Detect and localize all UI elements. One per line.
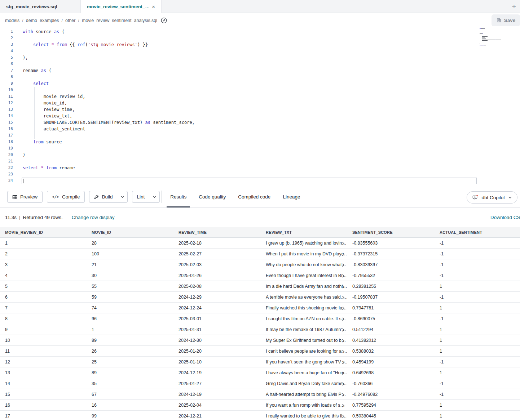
dbt-copilot-button[interactable]: dbt Copilot <box>467 191 517 204</box>
panel-tab-compiled-code[interactable]: Compiled code <box>234 186 274 207</box>
expand-cell-icon[interactable] <box>341 263 345 268</box>
cell-movie_id: 59 <box>87 292 173 303</box>
line-number: 6 <box>0 61 13 67</box>
cell-movie_review_id: 11 <box>0 346 87 357</box>
expand-cell-icon[interactable] <box>341 241 345 246</box>
code-line[interactable]: 1with source as ( <box>0 28 520 35</box>
editor-tab[interactable]: movie_review_sentiment_…× <box>81 0 162 13</box>
minimap[interactable] <box>480 28 508 49</box>
code-line[interactable]: 5), <box>0 54 520 61</box>
expand-cell-icon[interactable] <box>341 360 345 365</box>
code-line[interactable]: 18 from source <box>0 139 520 145</box>
review-text: I grew up (b. 1965) watching and lovin… <box>266 241 347 246</box>
code-line[interactable]: 2 <box>0 35 520 41</box>
cell-sentiment_score: -0.24976082 <box>347 389 435 400</box>
code-line[interactable]: 19 <box>0 145 520 152</box>
column-header: REVIEW_TIME <box>173 227 261 238</box>
code-line[interactable]: 13 review_time, <box>0 106 520 113</box>
code-line[interactable]: 21 <box>0 158 520 165</box>
code-line[interactable]: 15 SNOWFLAKE.CORTEX.SENTIMENT(review_txt… <box>0 119 520 126</box>
expand-cell-icon[interactable] <box>341 349 345 354</box>
expand-cell-icon[interactable] <box>341 403 345 408</box>
cell-review_time: 2025-02-27 <box>173 249 261 259</box>
results-meta-bar: 11.3s | Returned 49 rows. Change row dis… <box>0 208 520 227</box>
expand-cell-icon[interactable] <box>341 414 345 419</box>
panel-tabs: ResultsCode qualityCompiled codeLineage <box>167 186 304 207</box>
table-row: 15672024-12-19A half-hearted attempt to … <box>0 389 520 400</box>
code-line[interactable]: 4 <box>0 48 520 54</box>
close-icon[interactable]: × <box>152 4 155 10</box>
cell-actual_sentiment: -1 <box>435 270 520 281</box>
download-csv-link[interactable]: Download CSV <box>490 215 520 220</box>
code-line[interactable]: 11 movie_review_id, <box>0 93 520 100</box>
cell-sentiment_score: 0.5388032 <box>347 346 435 357</box>
tab-bar: stg_movie_reviews.sqlmovie_review_sentim… <box>0 0 520 13</box>
cell-review_txt: I have always been a huge fan of "Hom… <box>261 367 347 378</box>
code-line[interactable]: 22select * from rename <box>0 165 520 171</box>
cell-sentiment_score: -0.760366 <box>347 378 435 389</box>
expand-cell-icon[interactable] <box>341 252 345 257</box>
line-number: 5 <box>0 54 13 61</box>
code-line[interactable]: 12 movie_id, <box>0 100 520 106</box>
change-row-display-link[interactable]: Change row display <box>72 215 115 220</box>
cell-sentiment_score: 0.77595294 <box>347 400 435 411</box>
cell-sentiment_score: 0.5112294 <box>347 324 435 335</box>
table-row: 7742024-12-24Finally watched this shocki… <box>0 303 520 313</box>
expand-cell-icon[interactable] <box>341 285 345 290</box>
expand-cell-icon[interactable] <box>341 339 345 344</box>
lint-dropdown-caret[interactable] <box>149 191 159 202</box>
code-line[interactable]: 7rename as ( <box>0 67 520 74</box>
compile-button-label: Compile <box>62 194 80 200</box>
cell-actual_sentiment: -1 <box>435 378 520 389</box>
expand-cell-icon[interactable] <box>341 328 345 333</box>
panel-tab-results[interactable]: Results <box>167 186 190 207</box>
code-line[interactable]: 9 select <box>0 80 520 87</box>
code-brackets-icon: </> <box>52 195 59 199</box>
code-line[interactable]: 8 <box>0 74 520 80</box>
build-button[interactable]: Build <box>89 191 117 202</box>
code-line[interactable]: 14 review_txt, <box>0 113 520 119</box>
panel-tab-lineage[interactable]: Lineage <box>279 186 304 207</box>
line-number: 2 <box>0 35 13 41</box>
code-lines: 1with source as (23 select * from {{ ref… <box>0 28 520 184</box>
cell-movie_id: 67 <box>87 389 173 400</box>
lint-button[interactable]: Lint <box>132 191 149 202</box>
expand-cell-icon[interactable] <box>341 274 345 279</box>
cell-movie_review_id: 10 <box>0 335 87 346</box>
save-button[interactable]: Save <box>492 14 520 26</box>
expand-cell-icon[interactable] <box>341 295 345 300</box>
code-line[interactable]: 17 <box>0 132 520 139</box>
cell-sentiment_score: 0.6492698 <box>347 367 435 378</box>
new-tab-button[interactable]: + <box>508 0 520 13</box>
code-line[interactable]: 10 <box>0 87 520 93</box>
panel-tab-code-quality[interactable]: Code quality <box>195 186 229 207</box>
code-line[interactable]: 23 <box>0 171 520 178</box>
table-row: 10892024-12-30My Super Ex Girlfriend tur… <box>0 335 520 346</box>
preview-button[interactable]: Preview <box>7 191 43 203</box>
cell-review_time: 2024-12-21 <box>173 411 261 420</box>
build-dropdown-caret[interactable] <box>117 191 127 202</box>
compile-button[interactable]: </> Compile <box>47 191 85 203</box>
code-line[interactable]: 16 actual_sentiment <box>0 126 520 132</box>
cell-review_txt: Im a die hard Dads Army fan and nothi… <box>261 281 347 292</box>
copilot-button-label: dbt Copilot <box>481 195 505 200</box>
table-row: 13892024-12-19I have always been a huge … <box>0 367 520 378</box>
docs-compass-icon[interactable] <box>161 17 167 23</box>
expand-cell-icon[interactable] <box>341 393 345 398</box>
table-row: 1282025-02-18I grew up (b. 1965) watchin… <box>0 238 520 249</box>
cell-movie_id: 74 <box>87 303 173 313</box>
cell-movie_review_id: 3 <box>0 259 87 270</box>
table-row: 4302025-01-26Even though I have great in… <box>0 270 520 281</box>
code-editor[interactable]: 1with source as (23 select * from {{ ref… <box>0 28 520 186</box>
editor-tab[interactable]: stg_movie_reviews.sql <box>0 0 81 13</box>
expand-cell-icon[interactable] <box>341 371 345 376</box>
expand-cell-icon[interactable] <box>341 382 345 387</box>
expand-cell-icon[interactable] <box>341 306 345 311</box>
cell-movie_id: 99 <box>87 411 173 420</box>
expand-cell-icon[interactable] <box>341 317 345 322</box>
code-line[interactable]: 20) <box>0 152 520 158</box>
cell-actual_sentiment: 1 <box>435 303 520 313</box>
cell-actual_sentiment: 1 <box>435 335 520 346</box>
code-line[interactable]: 6 <box>0 61 520 67</box>
code-line[interactable]: 3 select * from {{ ref('stg_movie_review… <box>0 41 520 48</box>
